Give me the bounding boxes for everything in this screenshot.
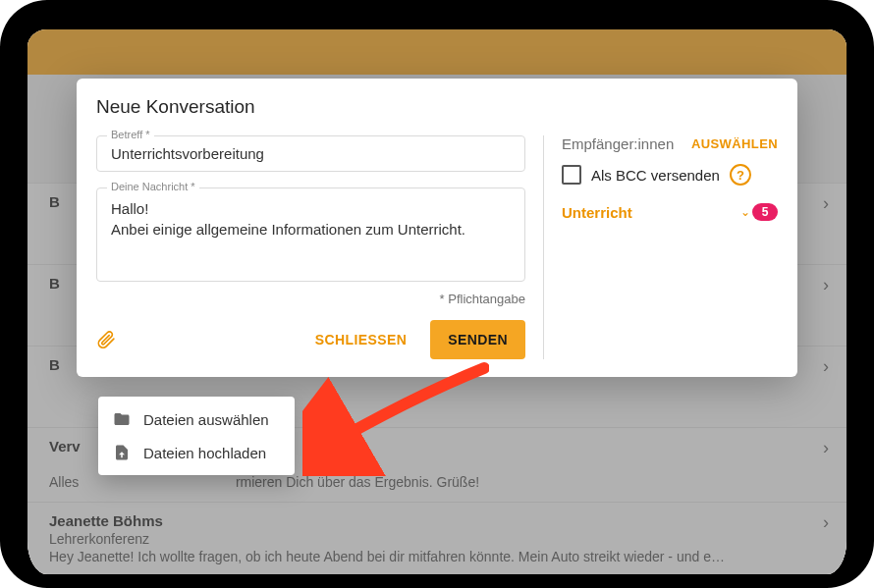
help-icon[interactable]: ? <box>730 164 751 186</box>
group-name: Unterricht <box>562 204 632 221</box>
subject-input[interactable] <box>109 144 517 163</box>
menu-choose-files[interactable]: Dateien auswählen <box>98 402 295 436</box>
subject-field-wrapper: Betreff * <box>96 135 525 172</box>
subject-label: Betreff * <box>107 129 154 140</box>
recipients-heading: Empfänger:innen <box>562 135 674 152</box>
chevron-down-icon: ⌄ <box>740 205 750 219</box>
upload-file-icon <box>112 444 132 461</box>
bcc-row[interactable]: Als BCC versenden ? <box>562 164 778 186</box>
bcc-checkbox[interactable] <box>562 165 581 185</box>
required-hint: * Pflichtangabe <box>96 292 525 306</box>
recipient-group-row[interactable]: Unterricht ⌄ 5 <box>562 203 778 221</box>
menu-upload-files[interactable]: Dateien hochladen <box>98 436 295 469</box>
bcc-label: Als BCC versenden <box>591 167 720 184</box>
device-camera <box>428 12 446 29</box>
menu-item-label: Dateien auswählen <box>143 411 269 428</box>
menu-item-label: Dateien hochladen <box>143 445 266 461</box>
folder-icon <box>112 410 132 428</box>
modal-title: Neue Konversation <box>96 96 778 118</box>
message-field-wrapper: Deine Nachricht * <box>96 187 525 282</box>
paperclip-icon <box>96 328 116 351</box>
message-label: Deine Nachricht * <box>107 181 199 192</box>
tablet-frame: B › B › B › Verv Terminanfrage für das O… <box>0 0 874 588</box>
message-textarea[interactable] <box>109 196 517 269</box>
select-recipients-button[interactable]: AUSWÄHLEN <box>691 136 778 151</box>
attach-button[interactable] <box>96 328 116 351</box>
send-button[interactable]: SENDEN <box>430 320 525 359</box>
new-conversation-modal: Neue Konversation Betreff * Deine Nachri… <box>77 79 797 377</box>
close-button[interactable]: SCHLIESSEN <box>305 322 416 357</box>
group-count-badge: 5 <box>752 203 778 221</box>
attachment-menu: Dateien auswählen Dateien hochladen <box>98 397 295 475</box>
